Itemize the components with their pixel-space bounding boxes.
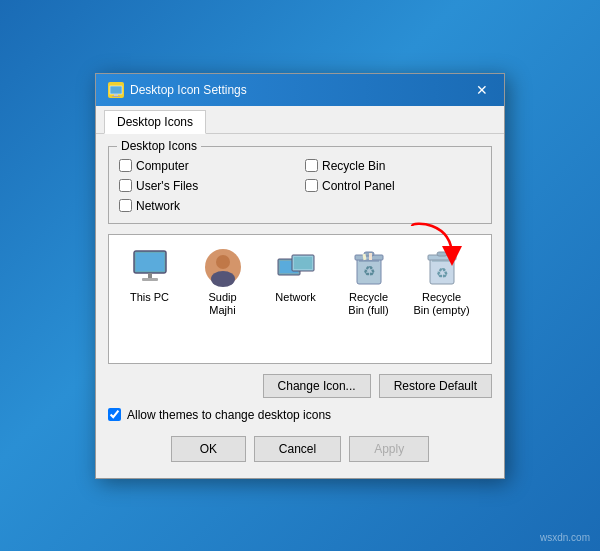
checkbox-recycle-bin-input[interactable] (305, 159, 318, 172)
checkbox-user-files[interactable]: User's Files (119, 179, 295, 193)
recycle-bin-empty-icon: ♻ (422, 247, 462, 287)
icon-recycle-bin-empty-label: Recycle Bin (empty) (413, 291, 470, 317)
checkbox-recycle-bin-label: Recycle Bin (322, 159, 385, 173)
recycle-bin-full-icon: ♻ (349, 247, 389, 287)
allow-themes-label: Allow themes to change desktop icons (127, 408, 331, 422)
cancel-button[interactable]: Cancel (254, 436, 341, 462)
bottom-buttons: OK Cancel Apply (108, 436, 492, 466)
icon-recycle-bin-empty[interactable]: ♻ Recycle Bin (empty) (409, 243, 474, 355)
icon-sudip-majhi[interactable]: Sudip Majhi (190, 243, 255, 355)
checkbox-recycle-bin[interactable]: Recycle Bin (305, 159, 481, 173)
title-bar: Desktop Icon Settings ✕ (96, 74, 504, 106)
icon-recycle-bin-full-label: Recycle Bin (full) (340, 291, 397, 317)
tab-bar: Desktop Icons (96, 106, 504, 134)
user-icon (203, 247, 243, 287)
checkbox-user-files-label: User's Files (136, 179, 198, 193)
dialog-body: Desktop Icons Computer Recycle Bin User'… (96, 134, 504, 478)
icons-area: This PC Sudip Majhi (108, 234, 492, 364)
close-button[interactable]: ✕ (472, 80, 492, 100)
checkbox-network-input[interactable] (119, 199, 132, 212)
svg-rect-26 (437, 252, 447, 256)
group-label: Desktop Icons (117, 139, 201, 153)
allow-themes-row: Allow themes to change desktop icons (108, 408, 492, 422)
desktop-icons-group: Desktop Icons Computer Recycle Bin User'… (108, 146, 492, 224)
checkbox-control-panel-label: Control Panel (322, 179, 395, 193)
icon-sudip-majhi-label: Sudip Majhi (194, 291, 251, 317)
svg-rect-7 (142, 278, 158, 281)
svg-text:♻: ♻ (435, 265, 448, 281)
checkbox-computer[interactable]: Computer (119, 159, 295, 173)
svg-rect-2 (112, 96, 120, 97)
checkbox-computer-label: Computer (136, 159, 189, 173)
ok-button[interactable]: OK (171, 436, 246, 462)
icon-recycle-bin-full[interactable]: ♻ Recycle Bin (full) (336, 243, 401, 355)
svg-point-10 (211, 271, 235, 287)
icons-wrapper: This PC Sudip Majhi (108, 234, 492, 364)
tab-desktop-icons[interactable]: Desktop Icons (104, 110, 206, 134)
change-icon-button[interactable]: Change Icon... (263, 374, 371, 398)
icon-network[interactable]: Network (263, 243, 328, 355)
svg-rect-21 (369, 253, 372, 260)
icon-network-label: Network (275, 291, 315, 304)
svg-rect-14 (294, 257, 312, 269)
checkboxes-grid: Computer Recycle Bin User's Files Contro… (119, 159, 481, 213)
checkbox-computer-input[interactable] (119, 159, 132, 172)
watermark: wsxdn.com (540, 532, 590, 543)
allow-themes-checkbox[interactable] (108, 408, 121, 421)
svg-rect-0 (110, 86, 122, 94)
checkbox-user-files-input[interactable] (119, 179, 132, 192)
title-bar-left: Desktop Icon Settings (108, 82, 247, 98)
icon-this-pc[interactable]: This PC (117, 243, 182, 355)
svg-rect-1 (114, 94, 118, 96)
svg-text:♻: ♻ (362, 263, 375, 279)
checkbox-network-label: Network (136, 199, 180, 213)
apply-button[interactable]: Apply (349, 436, 429, 462)
svg-rect-5 (136, 253, 164, 271)
icon-buttons-row: Change Icon... Restore Default (108, 374, 492, 398)
checkbox-control-panel[interactable]: Control Panel (305, 179, 481, 193)
icon-this-pc-label: This PC (130, 291, 169, 304)
restore-default-button[interactable]: Restore Default (379, 374, 492, 398)
dialog-icon (108, 82, 124, 98)
monitor-icon (130, 247, 170, 287)
network-icon (276, 247, 316, 287)
checkbox-control-panel-input[interactable] (305, 179, 318, 192)
svg-point-9 (216, 255, 230, 269)
checkbox-network[interactable]: Network (119, 199, 295, 213)
svg-rect-6 (148, 273, 152, 278)
dialog-title: Desktop Icon Settings (130, 83, 247, 97)
dialog-window: Desktop Icon Settings ✕ Desktop Icons De… (95, 73, 505, 479)
